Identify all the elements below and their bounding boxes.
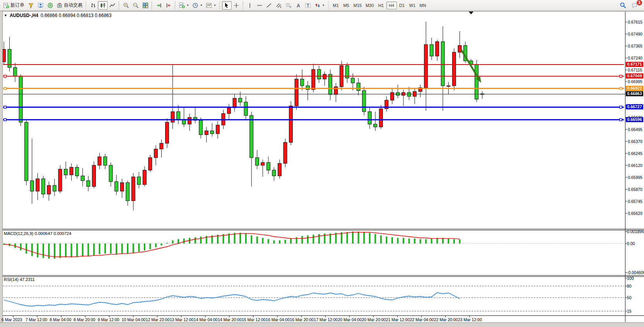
- candle-body: [92, 165, 96, 187]
- candle-body: [357, 83, 360, 90]
- candle-body: [385, 100, 388, 109]
- arrows-menu-button[interactable]: ▼: [313, 1, 326, 10]
- candle-body: [368, 112, 371, 124]
- indicator-funnel-button[interactable]: [26, 1, 36, 10]
- candle-body: [30, 181, 34, 191]
- tile-windows-button[interactable]: [140, 1, 150, 10]
- chart-title: ▼ AUDUSD-,H4 0.66866 0.66894 0.66813 0.6…: [4, 13, 111, 18]
- market-watch-button[interactable]: [36, 1, 45, 10]
- toolbar-separator: [175, 1, 176, 10]
- chart-shift-button[interactable]: [164, 1, 173, 10]
- new-order-button[interactable]: 新订单: [2, 1, 26, 10]
- chart-canvas[interactable]: [0, 0, 644, 327]
- rsi-tick-label: 50: [627, 295, 632, 300]
- macd-signal-line: [4, 232, 460, 257]
- cursor-tool-button[interactable]: [222, 1, 232, 10]
- toolbar-grip: [85, 2, 87, 9]
- timeframe-button-h1[interactable]: H1: [376, 2, 386, 9]
- timeframe-group: M1M5M15M30H1H4D1W1MN: [331, 2, 428, 9]
- timeframe-button-m1[interactable]: M1: [331, 2, 341, 9]
- bar-chart-mode-button[interactable]: [88, 1, 98, 10]
- timeframe-button-w1[interactable]: W1: [407, 2, 418, 9]
- candle-body: [255, 158, 259, 165]
- chart-shift-marker[interactable]: [469, 12, 473, 14]
- line-handle[interactable]: [4, 87, 6, 90]
- line-chart-mode-button[interactable]: [108, 1, 117, 10]
- candle-body: [193, 118, 197, 120]
- macd-histogram-bar: [369, 233, 371, 244]
- line-handle[interactable]: [620, 119, 622, 121]
- price-tick-label: 0.67615: [628, 20, 644, 24]
- candlestick-mode-button[interactable]: [98, 1, 108, 10]
- auto-scroll-button[interactable]: [154, 1, 164, 10]
- candle-body: [379, 109, 383, 127]
- macd-histogram-bar: [391, 237, 393, 244]
- fibonacci-tool-button[interactable]: F: [284, 1, 294, 10]
- line-handle[interactable]: [4, 106, 6, 108]
- time-axis-label: 17 Mar 12:00: [314, 317, 338, 322]
- candle-body: [295, 79, 298, 106]
- news-radar-button[interactable]: [45, 1, 55, 10]
- indicators-menu-button[interactable]: ▼: [177, 1, 191, 10]
- zoom-out-button[interactable]: [131, 1, 140, 10]
- line-handle[interactable]: [620, 87, 622, 90]
- macd-histogram-bar: [335, 233, 337, 244]
- profile-person-icon: [38, 2, 44, 9]
- macd-histogram-bar: [43, 244, 44, 258]
- macd-histogram-bar: [273, 240, 275, 244]
- macd-histogram-bar: [149, 244, 151, 249]
- candle-body: [469, 61, 473, 65]
- timeframe-button-mn[interactable]: MN: [418, 2, 428, 9]
- macd-histogram-bar: [183, 238, 185, 244]
- candle-body: [312, 70, 315, 90]
- price-tick-label: 0.67365: [628, 44, 644, 48]
- macd-histogram-bar: [14, 244, 16, 248]
- candle-body: [306, 86, 309, 90]
- timeframe-button-m15[interactable]: M15: [352, 2, 364, 9]
- annotation-arrow-shaft[interactable]: [461, 49, 479, 79]
- price-tick-label: 0.66370: [628, 139, 644, 144]
- annotation-arrow-head[interactable]: [476, 76, 481, 83]
- candle-body: [75, 167, 79, 176]
- timeframe-button-m5[interactable]: M5: [341, 2, 352, 9]
- macd-tick-label: -0.004606: [627, 270, 644, 275]
- templates-menu-button[interactable]: ▼: [204, 1, 218, 10]
- clock-icon: [192, 2, 198, 9]
- one-click-collapse-icon[interactable]: ▼: [4, 14, 7, 17]
- timeframe-button-d1[interactable]: D1: [397, 2, 407, 9]
- text-label-tool-button[interactable]: T: [303, 1, 313, 10]
- trendline-tool-button[interactable]: [265, 1, 274, 10]
- price-level-badge: 0.66596: [626, 117, 643, 122]
- horizontal-line-tool-button[interactable]: [255, 1, 265, 10]
- timeframe-button-h4[interactable]: H4: [386, 2, 397, 9]
- ohlc-bars-icon: [90, 2, 96, 9]
- zoom-in-button[interactable]: [121, 1, 131, 10]
- line-handle[interactable]: [4, 119, 6, 121]
- candle-body: [171, 112, 174, 122]
- price-tick-label: 0.66495: [628, 127, 644, 132]
- toolbar: 新订单 自动交易: [0, 0, 644, 11]
- search-button[interactable]: [618, 1, 628, 10]
- time-axis-label: 7 Mar 12:00: [26, 317, 47, 322]
- autotrading-button[interactable]: 自动交易: [55, 1, 84, 10]
- candle-body: [480, 94, 484, 94]
- candle-body: [458, 46, 461, 52]
- crosshair-tool-button[interactable]: [232, 1, 241, 10]
- text-tool-button[interactable]: A: [294, 1, 303, 10]
- current-price-badge: 0.66863: [626, 91, 643, 96]
- macd-histogram-bar: [161, 244, 162, 245]
- chart-shift-icon: [166, 2, 172, 9]
- vertical-line-tool-button[interactable]: [245, 1, 255, 10]
- autotrading-icon: [56, 2, 63, 9]
- macd-histogram-bar: [301, 236, 303, 244]
- line-handle[interactable]: [4, 75, 6, 77]
- timeframe-button-m30[interactable]: M30: [364, 2, 376, 9]
- equidistant-channel-tool-button[interactable]: E: [274, 1, 284, 10]
- toolbar-grip: [328, 2, 330, 9]
- notifications-button[interactable]: 1: [630, 1, 640, 10]
- line-handle[interactable]: [620, 75, 622, 77]
- periods-menu-button[interactable]: ▼: [191, 1, 204, 10]
- macd-histogram-bar: [296, 237, 297, 244]
- candle-body: [64, 169, 68, 175]
- line-handle[interactable]: [620, 106, 622, 108]
